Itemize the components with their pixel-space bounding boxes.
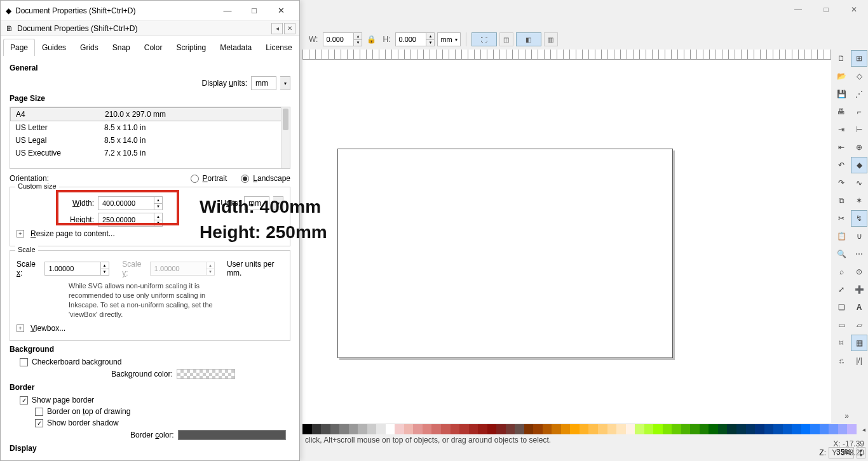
group-icon[interactable]: ⌑ — [833, 335, 850, 351]
swatch[interactable] — [404, 424, 414, 434]
swatch[interactable] — [386, 424, 395, 434]
swatch[interactable] — [644, 424, 654, 434]
snap-toggle-icon[interactable]: ⊞ — [851, 50, 867, 67]
swatch[interactable] — [783, 424, 792, 434]
width-input[interactable]: ▲▼ — [323, 32, 362, 46]
swatch[interactable] — [755, 424, 764, 434]
expand-viewbox-icon[interactable]: + — [17, 324, 24, 332]
canvas[interactable] — [302, 60, 831, 423]
swatch[interactable] — [635, 424, 644, 434]
ungroup-icon[interactable]: ⎌ — [833, 352, 850, 369]
zoom-drawing-icon[interactable]: ⤢ — [833, 281, 850, 298]
swatch[interactable] — [653, 424, 663, 434]
clone-icon[interactable]: ▭ — [833, 317, 850, 333]
tab-grids[interactable]: Grids — [73, 39, 105, 56]
snap-edge-icon[interactable]: ⋰ — [851, 86, 867, 102]
snap-node-icon[interactable]: ◆ — [851, 157, 867, 173]
swatch[interactable] — [515, 424, 524, 434]
portrait-radio[interactable] — [191, 175, 199, 183]
snap-bbox-icon[interactable]: ◇ — [851, 68, 867, 84]
swatch[interactable] — [395, 424, 404, 434]
swatch[interactable] — [423, 424, 432, 434]
list-scrollbar[interactable] — [281, 107, 290, 168]
zoom-control[interactable]: Z: 35% ▲▼ — [819, 447, 865, 458]
affect-icon-4[interactable]: ▥ — [544, 32, 558, 46]
swatch[interactable] — [700, 424, 709, 434]
swatch[interactable] — [321, 424, 330, 434]
swatch[interactable] — [588, 424, 598, 434]
zoom-fit-icon[interactable]: 🔍 — [833, 246, 850, 262]
custom-width-input[interactable]: ▲▼ — [98, 196, 163, 210]
swatch[interactable] — [543, 424, 552, 434]
swatch[interactable] — [672, 424, 681, 434]
border-color-swatch[interactable] — [178, 430, 286, 440]
swatch[interactable] — [690, 424, 700, 434]
swatch[interactable] — [478, 424, 487, 434]
swatch[interactable] — [580, 424, 589, 434]
undo-icon[interactable]: ↶ — [833, 157, 850, 173]
print-icon[interactable]: 🖶 — [833, 104, 850, 120]
swatch[interactable] — [626, 424, 635, 434]
swatch[interactable] — [367, 424, 377, 434]
affect-icon-3[interactable]: ◧ — [516, 32, 541, 46]
checkerboard-checkbox[interactable] — [20, 358, 28, 366]
border-shadow-checkbox[interactable] — [35, 419, 43, 427]
snap-center-icon[interactable]: ⊕ — [851, 139, 867, 156]
swatch[interactable] — [681, 424, 691, 434]
max-button[interactable]: □ — [812, 1, 840, 18]
swatch[interactable] — [312, 424, 322, 434]
snap-page-icon[interactable]: ▱ — [851, 317, 867, 333]
duplicate-icon[interactable]: ❏ — [833, 299, 850, 316]
copy-icon[interactable]: ⧉ — [833, 192, 850, 209]
tab-snap[interactable]: Snap — [105, 39, 137, 56]
snap-corner-icon[interactable]: ⌐ — [851, 104, 867, 120]
zoom-page-icon[interactable]: ⌕ — [833, 264, 850, 280]
toolbar-overflow-icon[interactable]: » — [844, 411, 849, 420]
save-icon[interactable]: 💾 — [833, 86, 850, 102]
close-button[interactable]: ✕ — [840, 1, 868, 18]
swatch[interactable] — [302, 424, 312, 434]
import-icon[interactable]: ⇥ — [833, 121, 850, 138]
snap-rotation-icon[interactable]: ➕ — [851, 281, 867, 298]
swatch[interactable] — [376, 424, 386, 434]
dialog-detach-button[interactable]: ✕ — [284, 23, 295, 34]
swatch[interactable] — [764, 424, 774, 434]
swatch[interactable] — [413, 424, 423, 434]
tab-color[interactable]: Color — [137, 39, 170, 56]
swatch[interactable] — [330, 424, 340, 434]
dialog-max-button[interactable]: □ — [241, 1, 268, 20]
swatch[interactable] — [607, 424, 617, 434]
swatch[interactable] — [838, 424, 848, 434]
swatch[interactable] — [339, 424, 349, 434]
min-button[interactable]: — — [784, 1, 812, 18]
swatch[interactable] — [709, 424, 718, 434]
tab-metadata[interactable]: Metadata — [213, 39, 259, 56]
swatch[interactable] — [829, 424, 838, 434]
snap-path-icon[interactable]: ∿ — [851, 175, 867, 191]
paste-icon[interactable]: 📋 — [833, 228, 850, 244]
open-file-icon[interactable]: 📂 — [833, 68, 850, 84]
swatch[interactable] — [431, 424, 441, 434]
swatch[interactable] — [451, 424, 460, 434]
swatch[interactable] — [773, 424, 783, 434]
swatch[interactable] — [792, 424, 801, 434]
tab-page[interactable]: Page — [3, 39, 35, 56]
display-units-dropdown-icon[interactable]: ▾ — [280, 76, 290, 90]
swatch[interactable] — [441, 424, 451, 434]
swatch[interactable] — [847, 424, 857, 434]
border-on-top-checkbox[interactable] — [35, 408, 43, 416]
swatch[interactable] — [524, 424, 534, 434]
lock-icon[interactable]: 🔒 — [365, 33, 377, 46]
snap-object-center-icon[interactable]: ⊙ — [851, 264, 867, 280]
snap-cusp-icon[interactable]: ↯ — [851, 210, 867, 227]
snap-grid-icon[interactable]: ▦ — [851, 335, 867, 351]
dialog-min-button[interactable]: — — [214, 1, 241, 20]
swatch[interactable] — [598, 424, 607, 434]
swatch[interactable] — [746, 424, 756, 434]
snap-guide-icon[interactable]: |/| — [851, 352, 867, 369]
tab-scripting[interactable]: Scripting — [169, 39, 213, 56]
swatch[interactable] — [349, 424, 358, 434]
swatch[interactable] — [570, 424, 580, 434]
swatch[interactable] — [496, 424, 506, 434]
display-units-select[interactable]: mm — [251, 76, 276, 90]
